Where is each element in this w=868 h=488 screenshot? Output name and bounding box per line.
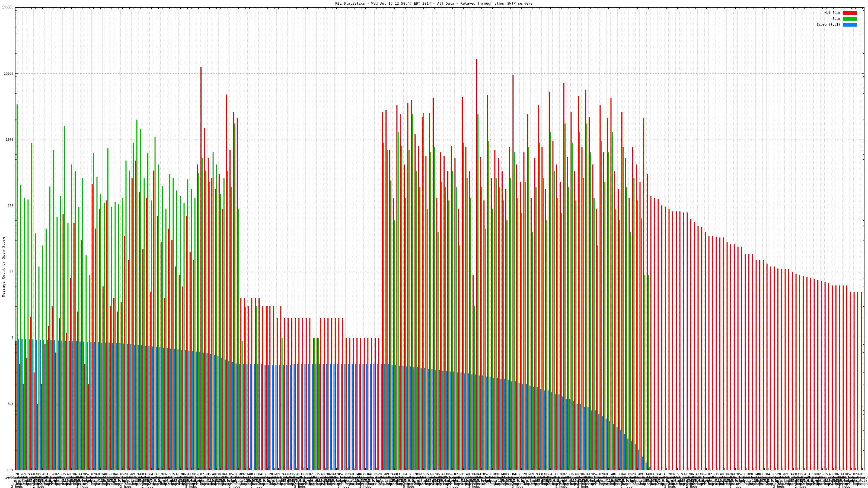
legend-swatch-green (843, 17, 857, 21)
legend-label: Not Spam (825, 11, 840, 14)
chart-legend: Not Spam Spam Score (0..1) (817, 10, 857, 28)
y-tick-label: 0.1 (0, 402, 13, 406)
y-tick-label: 0.01 (0, 468, 13, 472)
legend-item-score: Score (0..1) (817, 22, 857, 28)
legend-label: Spam (833, 17, 840, 21)
legend-swatch-red (843, 11, 857, 14)
legend-item-spam: Spam (817, 16, 857, 22)
y-tick-label: 1000 (0, 138, 13, 141)
y-tick-label: 10000 (0, 72, 13, 75)
chart-title: RBL Statistics - Wed Jul 16 12:58:47 EDT… (0, 1, 868, 5)
rbl-statistics-chart: RBL Statistics - Wed Jul 16 12:58:47 EDT… (0, 0, 868, 488)
y-tick-label: 10 (0, 270, 13, 274)
y-tick-label: 100000 (0, 5, 13, 9)
legend-swatch-blue (843, 23, 857, 27)
bar-chart-canvas (0, 0, 868, 488)
legend-item-not-spam: Not Spam (817, 10, 857, 16)
y-tick-label: 100 (0, 204, 13, 208)
legend-label: Score (0..1) (817, 23, 840, 27)
y-axis-label: Message Count or Spam Score (2, 237, 5, 297)
y-tick-label: 1 (0, 336, 13, 340)
